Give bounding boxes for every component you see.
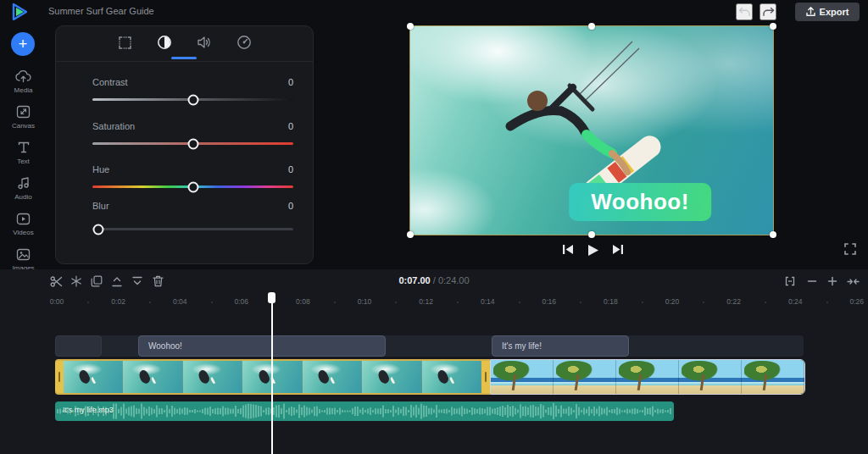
cloud-upload-icon (0, 68, 47, 85)
blur-slider[interactable] (92, 228, 293, 230)
music-note-icon (0, 174, 47, 191)
text-clip-woohoo[interactable]: Woohoo! (138, 335, 386, 357)
sidebar-item-media[interactable]: Media (0, 68, 47, 102)
timeline-ruler[interactable]: 0:000:020:040:060:080:100:120:140:160:18… (0, 292, 868, 312)
time-separator: / (431, 275, 438, 285)
text-track-lane: Woohoo! It's my life! (55, 335, 804, 357)
caption-overlay[interactable]: Woohoo! (569, 183, 711, 221)
undo-button[interactable] (736, 3, 753, 20)
adjust-panel: Contrast 0 Saturation 0 Hue 0 Blur 0 (55, 25, 314, 264)
ruler-tick-label: 0:02 (111, 297, 125, 306)
ruler-tick-label: 0:26 (850, 297, 865, 306)
selection-handle-ne[interactable] (770, 23, 776, 30)
ruler-tick-dot (334, 302, 336, 303)
surfer-frame-thumbnail (362, 361, 421, 393)
audio-clip-label: It's my life.mp3 (63, 406, 114, 414)
auto-fit-icon[interactable] (782, 273, 798, 290)
contrast-slider[interactable] (92, 98, 293, 101)
selection-handle-nw[interactable] (407, 23, 414, 30)
zoom-in-icon[interactable] (824, 273, 841, 290)
ruler-tick-label: 0:06 (235, 297, 249, 306)
saturation-slider-thumb[interactable] (187, 138, 198, 149)
slider-label: Saturation (92, 121, 135, 131)
hue-slider-row: Hue 0 (92, 164, 293, 188)
text-clip-its-my-life[interactable]: It's my life! (492, 335, 629, 357)
ruler-tick-dot (580, 302, 581, 303)
ruler-tick-label: 0:10 (358, 297, 372, 306)
surfer-thumbnail-strip (64, 361, 481, 393)
ruler-tick-label: 0:04 (173, 297, 187, 306)
time-display: 0:07.00 / 0:24.00 (0, 275, 868, 285)
surfer-frame-thumbnail (303, 361, 362, 393)
skip-to-start-button[interactable] (560, 242, 576, 257)
video-play-icon (0, 210, 47, 227)
fit-timeline-icon[interactable] (844, 273, 861, 290)
playhead-line[interactable] (271, 292, 273, 454)
ruler-tick-dot (211, 302, 213, 303)
ruler-tick-dot (826, 302, 828, 303)
add-media-button[interactable]: + (11, 32, 35, 56)
total-duration: 0:24.00 (438, 275, 470, 285)
trim-handle-left[interactable] (55, 361, 64, 393)
ruler-tick-label: 0:20 (665, 297, 680, 306)
selection-handle-s[interactable] (588, 231, 595, 238)
preview-canvas-selection[interactable]: Woohoo! (409, 25, 774, 235)
redo-button[interactable] (760, 3, 776, 20)
saturation-slider[interactable] (92, 142, 293, 145)
selection-handle-n[interactable] (588, 23, 595, 30)
ruler-tick-label: 0:12 (419, 297, 433, 306)
video-clip-palm-beach[interactable] (490, 359, 805, 395)
tab-crop-icon[interactable] (116, 31, 133, 53)
video-clip-surfer-selected[interactable] (55, 359, 490, 395)
ruler-tick-dot (87, 302, 89, 303)
sidebar-item-text[interactable]: Text (0, 139, 47, 173)
palm-beach-frame-thumbnail (491, 360, 554, 394)
sidebar-item-videos[interactable]: Videos (0, 210, 47, 244)
image-icon (0, 246, 47, 263)
tab-adjust-icon[interactable] (156, 31, 173, 53)
zoom-out-icon[interactable] (804, 273, 821, 290)
ruler-tick-dot (457, 302, 459, 303)
contrast-slider-thumb[interactable] (187, 94, 198, 105)
text-icon (0, 139, 47, 156)
project-title: Summer Surf Gear Guide (48, 6, 154, 16)
selection-handle-sw[interactable] (407, 231, 414, 238)
fullscreen-icon[interactable] (844, 243, 856, 255)
sidebar-item-audio[interactable]: Audio (0, 174, 47, 208)
slider-value: 0 (288, 121, 293, 131)
ruler-tick-label: 0:16 (542, 297, 557, 306)
tab-volume-icon[interactable] (196, 31, 213, 53)
slider-label: Hue (92, 164, 109, 174)
sidebar-item-label: Videos (0, 229, 47, 236)
export-button[interactable]: Export (795, 3, 860, 21)
sidebar-item-label: Audio (0, 193, 47, 201)
sidebar-item-label: Media (0, 86, 47, 94)
surfer-frame-thumbnail (64, 361, 123, 393)
ruler-tick-label: 0:14 (481, 297, 495, 306)
selection-handle-se[interactable] (770, 231, 776, 238)
sidebar-item-label: Canvas (0, 122, 47, 130)
palm-beach-frame-thumbnail (742, 360, 804, 394)
text-clip[interactable] (55, 335, 102, 357)
hue-slider[interactable] (92, 185, 293, 188)
hue-slider-thumb[interactable] (187, 181, 198, 192)
blur-slider-thumb[interactable] (93, 224, 104, 235)
trim-handle-right[interactable] (481, 361, 490, 393)
tab-speed-icon[interactable] (236, 31, 253, 53)
slider-label: Blur (92, 201, 109, 211)
play-button[interactable] (585, 242, 601, 258)
sidebar-item-canvas[interactable]: Canvas (0, 103, 47, 137)
top-bar: Summer Surf Gear Guide Export (0, 0, 868, 24)
export-icon (806, 7, 815, 17)
canvas-resize-icon (0, 103, 47, 120)
preview-video-frame[interactable]: Woohoo! (410, 26, 773, 235)
player-controls (409, 240, 774, 263)
ruler-tick-dot (765, 302, 766, 303)
skip-to-end-button[interactable] (610, 242, 626, 257)
audio-clip[interactable]: It's my life.mp3 (55, 401, 674, 421)
active-tab-underline (171, 57, 197, 59)
ruler-tick-label: 0:24 (788, 297, 803, 306)
timeline-toolbar: 0:07.00 / 0:24.00 (0, 269, 868, 292)
slider-value: 0 (288, 77, 293, 87)
playhead-handle[interactable] (268, 292, 275, 303)
